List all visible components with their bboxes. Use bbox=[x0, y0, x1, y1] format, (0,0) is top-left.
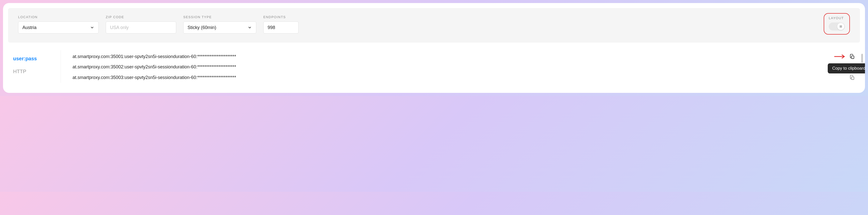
row-actions: Copy to clipboard bbox=[834, 54, 855, 59]
layout-toggle[interactable] bbox=[829, 23, 845, 30]
zip-group: ZIP CODE USA only bbox=[106, 15, 176, 33]
scrollbar-thumb[interactable] bbox=[861, 54, 863, 63]
copy-icon bbox=[849, 75, 855, 80]
endpoint-row: at.smartproxy.com:35002:user-spvty2sn5i-… bbox=[72, 62, 855, 72]
zip-placeholder: USA only bbox=[110, 25, 129, 30]
zip-input[interactable]: USA only bbox=[106, 22, 176, 33]
endpoint-row: at.smartproxy.com:35001:user-spvty2sn5i-… bbox=[72, 51, 855, 62]
endpoints-group: ENDPOINTS 998 bbox=[263, 15, 299, 33]
session-value: Sticky (60min) bbox=[188, 25, 216, 30]
location-value: Austria bbox=[22, 25, 36, 30]
copy-button[interactable] bbox=[849, 54, 855, 59]
session-label: SESSION TYPE bbox=[183, 15, 256, 19]
svg-rect-5 bbox=[851, 77, 854, 80]
copy-tooltip: Copy to clipboard bbox=[828, 63, 865, 74]
row-actions bbox=[849, 75, 855, 80]
layout-label: LAYOUT bbox=[829, 16, 844, 20]
tab-http[interactable]: HTTP bbox=[13, 65, 61, 78]
chevron-down-icon bbox=[90, 25, 94, 30]
format-tabs: user:pass HTTP bbox=[13, 50, 61, 83]
session-group: SESSION TYPE Sticky (60min) bbox=[183, 15, 256, 33]
chevron-down-icon bbox=[247, 25, 252, 30]
zip-label: ZIP CODE bbox=[106, 15, 176, 19]
menu-icon bbox=[839, 25, 843, 28]
main-window: LOCATION Austria ZIP CODE USA only SESSI… bbox=[3, 3, 865, 93]
layout-highlight: LAYOUT bbox=[824, 13, 850, 34]
endpoint-text: at.smartproxy.com:35003:user-spvty2sn5i-… bbox=[72, 75, 236, 80]
location-select[interactable]: Austria bbox=[18, 22, 99, 33]
content-area: user:pass HTTP at.smartproxy.com:35001:u… bbox=[3, 43, 865, 83]
copy-icon bbox=[849, 54, 855, 59]
arrow-annotation bbox=[834, 54, 846, 59]
endpoints-label: ENDPOINTS bbox=[263, 15, 299, 19]
location-group: LOCATION Austria bbox=[18, 15, 99, 33]
endpoint-text: at.smartproxy.com:35002:user-spvty2sn5i-… bbox=[72, 64, 236, 70]
endpoints-input[interactable]: 998 bbox=[263, 22, 299, 33]
endpoints-value: 998 bbox=[268, 25, 275, 30]
filter-bar: LOCATION Austria ZIP CODE USA only SESSI… bbox=[8, 8, 860, 43]
svg-rect-4 bbox=[851, 56, 854, 58]
copy-button[interactable] bbox=[849, 75, 855, 80]
session-select[interactable]: Sticky (60min) bbox=[183, 22, 256, 33]
toggle-knob bbox=[837, 23, 844, 30]
endpoint-text: at.smartproxy.com:35001:user-spvty2sn5i-… bbox=[72, 54, 236, 59]
tab-userpass[interactable]: user:pass bbox=[13, 52, 61, 65]
endpoint-row: at.smartproxy.com:35003:user-spvty2sn5i-… bbox=[72, 72, 855, 83]
endpoint-list: at.smartproxy.com:35001:user-spvty2sn5i-… bbox=[61, 50, 855, 83]
location-label: LOCATION bbox=[18, 15, 99, 19]
